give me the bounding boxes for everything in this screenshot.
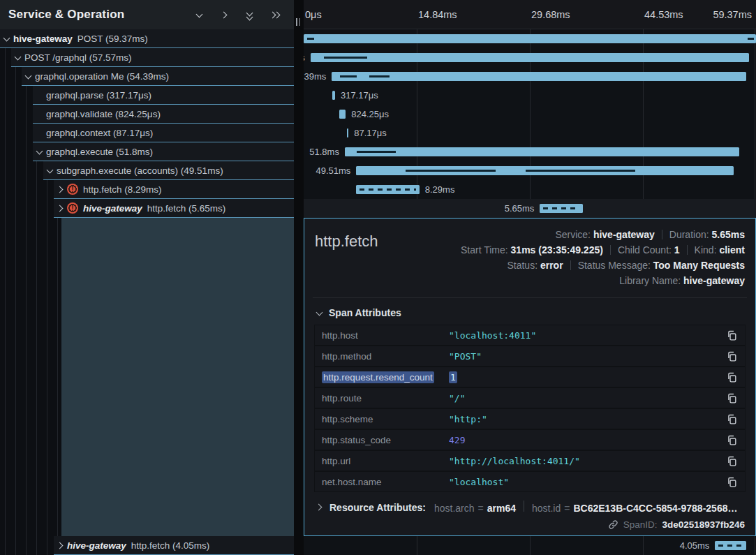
axis-tick-label: 0μs	[305, 0, 322, 29]
copy-icon[interactable]	[726, 434, 738, 446]
span-duration-bar[interactable]	[715, 541, 746, 550]
error-icon: !	[67, 202, 78, 214]
resource-attributes-row[interactable]: Resource Attributes: host.arch=arm64host…	[316, 501, 745, 514]
attribute-row[interactable]: net.host.name"localhost"	[315, 472, 745, 491]
span-duration-label: 824.25μs	[351, 105, 389, 124]
attribute-value: "/"	[449, 393, 720, 404]
timeline-row[interactable]: 51.8ms	[304, 142, 756, 161]
span-duration-bar[interactable]	[345, 147, 739, 156]
timeline-row[interactable]: 317.17μs	[304, 86, 756, 105]
double-chevron-right-icon[interactable]	[269, 9, 280, 20]
meta-value: hive-gateway	[593, 229, 655, 240]
span-tree-row[interactable]: graphql.operation Me (54.39ms)	[22, 67, 294, 86]
resource-value: arm64	[487, 503, 516, 514]
timeline-row[interactable]: 8.29ms	[304, 180, 756, 199]
attribute-row[interactable]: http.route"/"	[315, 388, 745, 408]
timeline-row[interactable]: 57.57ms	[304, 48, 756, 67]
section-divider	[313, 297, 747, 298]
span-duration-bar[interactable]	[347, 128, 348, 138]
attribute-row[interactable]: http.request.resend_count1	[315, 367, 745, 387]
chevron-right-icon[interactable]	[57, 184, 64, 195]
span-duration-bar[interactable]	[540, 204, 583, 213]
timeline-row[interactable]: 4.05ms	[304, 536, 756, 555]
attribute-value: 429	[449, 435, 720, 445]
span-duration-bar[interactable]	[304, 34, 756, 43]
timeline-row[interactable]	[304, 29, 756, 48]
span-tree-row[interactable]: !http.fetch (8.29ms)	[54, 180, 294, 199]
tree-header: Service & Operation	[0, 0, 294, 29]
span-duration-bar[interactable]	[339, 110, 346, 119]
copy-icon[interactable]	[726, 455, 738, 467]
copy-icon[interactable]	[726, 413, 738, 425]
span-attributes-header[interactable]: Span Attributes	[316, 307, 745, 318]
equals-sign: =	[478, 503, 484, 514]
chevron-right-icon[interactable]	[57, 540, 64, 551]
copy-icon[interactable]	[726, 371, 738, 383]
indent-guide-line	[15, 29, 16, 555]
attribute-key: http.url	[322, 456, 449, 466]
attribute-row[interactable]: http.host"localhost:4011"	[315, 325, 745, 345]
meta-value: error	[540, 260, 563, 271]
span-tree-row[interactable]: graphql.context (87.17μs)	[33, 124, 294, 142]
double-chevron-down-icon[interactable]	[244, 9, 255, 20]
copy-icon[interactable]	[726, 476, 738, 488]
operation-name: POST /graphql (57.57ms)	[24, 52, 132, 63]
timeline-row[interactable]: 87.17μs	[304, 124, 756, 142]
span-duration-bar[interactable]	[356, 185, 419, 194]
trace-viewer: hive-gatewayPOST (59.37ms)POST /graphql …	[0, 0, 756, 555]
span-tree-row[interactable]: graphql.execute (51.8ms)	[33, 142, 294, 161]
equals-sign: =	[564, 503, 570, 514]
copy-icon[interactable]	[726, 392, 738, 404]
timeline-row[interactable]: 824.25μs	[304, 105, 756, 124]
span-duration-label: 49.51ms	[316, 161, 350, 180]
attribute-row[interactable]: http.url"http://localhost:4011/"	[315, 451, 745, 471]
chevron-down-icon[interactable]	[3, 34, 10, 44]
operation-name: subgraph.execute (accounts) (49.51ms)	[57, 165, 223, 176]
service-name: hive-gateway	[13, 34, 73, 44]
span-id-label: SpanID:	[623, 519, 658, 530]
chevron-down-icon[interactable]	[15, 52, 21, 63]
timeline-row[interactable]: 5.65ms	[304, 199, 756, 218]
chevron-down-icon[interactable]	[193, 9, 205, 20]
span-tree-row[interactable]: graphql.parse (317.17μs)	[33, 86, 294, 105]
attribute-key: http.request.resend_count	[322, 372, 449, 383]
chevron-right-icon[interactable]	[57, 203, 64, 214]
timeline-row[interactable]: 49.51ms	[304, 161, 756, 180]
attribute-row[interactable]: http.status_code429	[315, 430, 745, 450]
span-duration-bar[interactable]	[356, 166, 733, 175]
meta-value: 5.65ms	[712, 229, 745, 240]
span-duration-bar[interactable]	[332, 72, 746, 81]
chevron-down-icon[interactable]	[36, 147, 43, 157]
span-tree-row[interactable]: hive-gatewayPOST (59.37ms)	[0, 29, 294, 48]
span-tree-row[interactable]: POST /graphql (57.57ms)	[11, 48, 294, 67]
span-duration-bar[interactable]	[332, 91, 334, 100]
attribute-value: 1	[449, 372, 720, 383]
span-tree-row[interactable]: subgraph.execute (accounts) (49.51ms)	[43, 161, 294, 180]
attribute-row[interactable]: http.method"POST"	[315, 346, 745, 366]
chevron-down-icon[interactable]	[25, 71, 31, 82]
span-duration-label: 87.17μs	[354, 124, 387, 142]
service-name: hive-gateway	[83, 203, 142, 214]
span-tree-row[interactable]: graphql.validate (824.25μs)	[33, 105, 294, 124]
chevron-right-icon[interactable]	[218, 9, 230, 20]
chevron-right-icon	[316, 504, 323, 510]
meta-label: Status:	[507, 260, 540, 271]
span-id-row: SpanID: 3de02518937fb246	[315, 519, 745, 530]
span-tree-row[interactable]: !hive-gatewayhttp.fetch (5.65ms)	[54, 199, 294, 218]
meta-label: Library Name:	[619, 275, 683, 286]
attribute-row[interactable]: http.scheme"http:"	[315, 409, 745, 429]
resource-value: BC62E13B-C4CC-5854-9788-2568…	[573, 503, 737, 514]
span-duration-bar[interactable]	[311, 53, 749, 62]
column-resize-handle[interactable]	[296, 18, 300, 26]
resource-key: host.id	[532, 503, 561, 514]
copy-icon[interactable]	[726, 350, 738, 362]
span-tree-row[interactable]: hive-gatewayhttp.fetch (4.05ms)	[54, 536, 294, 555]
meta-label: Status Message:	[578, 260, 653, 271]
chevron-down-icon[interactable]	[47, 165, 53, 176]
attribute-key: http.status_code	[322, 435, 449, 445]
span-meta-line: Service: hive-gatewayDuration: 5.65ms	[378, 227, 745, 242]
timeline-row[interactable]: 54.39ms	[304, 67, 756, 86]
meta-divider	[687, 245, 688, 255]
attribute-value: "localhost"	[449, 477, 720, 487]
copy-icon[interactable]	[726, 330, 738, 341]
